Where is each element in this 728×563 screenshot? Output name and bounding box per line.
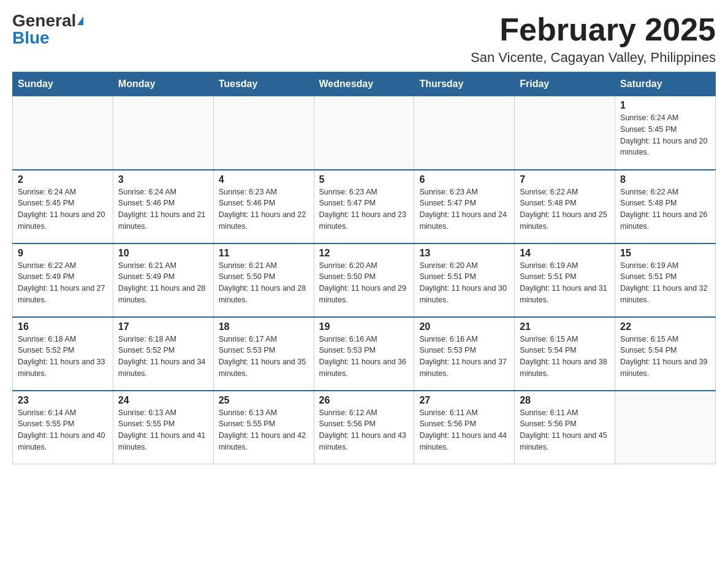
calendar-cell: 9Sunrise: 6:22 AM Sunset: 5:49 PM Daylig… (13, 243, 113, 317)
calendar-cell (515, 96, 615, 170)
calendar-cell: 3Sunrise: 6:24 AM Sunset: 5:46 PM Daylig… (113, 170, 213, 243)
calendar-cell: 15Sunrise: 6:19 AM Sunset: 5:51 PM Dayli… (615, 243, 716, 317)
calendar-table: SundayMondayTuesdayWednesdayThursdayFrid… (12, 72, 716, 464)
day-info: Sunrise: 6:11 AM Sunset: 5:56 PM Dayligh… (520, 407, 610, 453)
day-info: Sunrise: 6:16 AM Sunset: 5:53 PM Dayligh… (319, 334, 409, 380)
day-number: 3 (118, 174, 208, 185)
calendar-cell: 13Sunrise: 6:20 AM Sunset: 5:51 PM Dayli… (414, 243, 515, 317)
day-info: Sunrise: 6:19 AM Sunset: 5:51 PM Dayligh… (620, 260, 710, 306)
weekday-header-thursday: Thursday (414, 72, 515, 96)
day-info: Sunrise: 6:21 AM Sunset: 5:50 PM Dayligh… (219, 260, 309, 306)
calendar-cell: 2Sunrise: 6:24 AM Sunset: 5:45 PM Daylig… (13, 170, 113, 243)
day-number: 24 (118, 395, 208, 406)
calendar-cell: 4Sunrise: 6:23 AM Sunset: 5:46 PM Daylig… (213, 170, 314, 243)
weekday-header-tuesday: Tuesday (213, 72, 314, 96)
calendar-cell: 10Sunrise: 6:21 AM Sunset: 5:49 PM Dayli… (113, 243, 213, 317)
day-info: Sunrise: 6:18 AM Sunset: 5:52 PM Dayligh… (118, 334, 208, 380)
weekday-header-sunday: Sunday (13, 72, 113, 96)
day-info: Sunrise: 6:11 AM Sunset: 5:56 PM Dayligh… (419, 407, 509, 453)
day-info: Sunrise: 6:14 AM Sunset: 5:55 PM Dayligh… (18, 407, 108, 453)
logo: General Blue (12, 12, 83, 47)
calendar-cell (314, 96, 414, 170)
day-info: Sunrise: 6:24 AM Sunset: 5:46 PM Dayligh… (118, 186, 208, 232)
day-number: 2 (18, 174, 108, 185)
calendar-cell: 12Sunrise: 6:20 AM Sunset: 5:50 PM Dayli… (314, 243, 414, 317)
day-info: Sunrise: 6:23 AM Sunset: 5:47 PM Dayligh… (419, 186, 509, 232)
weekday-header-saturday: Saturday (615, 72, 716, 96)
day-number: 19 (319, 321, 409, 332)
logo-triangle-icon (77, 17, 83, 25)
calendar-cell: 17Sunrise: 6:18 AM Sunset: 5:52 PM Dayli… (113, 317, 213, 391)
day-number: 26 (319, 395, 409, 406)
day-info: Sunrise: 6:24 AM Sunset: 5:45 PM Dayligh… (18, 186, 108, 232)
calendar-cell (414, 96, 515, 170)
logo-general-text: General (12, 12, 76, 29)
month-title: February 2025 (471, 12, 716, 47)
calendar-cell: 23Sunrise: 6:14 AM Sunset: 5:55 PM Dayli… (13, 391, 113, 464)
day-number: 28 (520, 395, 610, 406)
day-number: 11 (219, 248, 309, 259)
day-info: Sunrise: 6:20 AM Sunset: 5:51 PM Dayligh… (419, 260, 509, 306)
day-number: 6 (419, 174, 509, 185)
day-info: Sunrise: 6:13 AM Sunset: 5:55 PM Dayligh… (118, 407, 208, 453)
calendar-cell: 25Sunrise: 6:13 AM Sunset: 5:55 PM Dayli… (213, 391, 314, 464)
day-number: 27 (419, 395, 509, 406)
day-number: 8 (620, 174, 710, 185)
day-info: Sunrise: 6:23 AM Sunset: 5:46 PM Dayligh… (219, 186, 309, 232)
day-number: 7 (520, 174, 610, 185)
calendar-cell: 8Sunrise: 6:22 AM Sunset: 5:48 PM Daylig… (615, 170, 716, 243)
day-info: Sunrise: 6:24 AM Sunset: 5:45 PM Dayligh… (620, 112, 710, 158)
calendar-cell: 7Sunrise: 6:22 AM Sunset: 5:48 PM Daylig… (515, 170, 615, 243)
day-number: 1 (620, 100, 710, 111)
page-header: General Blue February 2025 San Vicente, … (12, 12, 716, 66)
weekday-header-wednesday: Wednesday (314, 72, 414, 96)
calendar-week-row: 23Sunrise: 6:14 AM Sunset: 5:55 PM Dayli… (13, 391, 716, 464)
day-number: 17 (118, 321, 208, 332)
day-number: 16 (18, 321, 108, 332)
calendar-cell (13, 96, 113, 170)
day-info: Sunrise: 6:20 AM Sunset: 5:50 PM Dayligh… (319, 260, 409, 306)
weekday-header-friday: Friday (515, 72, 615, 96)
day-info: Sunrise: 6:15 AM Sunset: 5:54 PM Dayligh… (620, 334, 710, 380)
calendar-week-row: 16Sunrise: 6:18 AM Sunset: 5:52 PM Dayli… (13, 317, 716, 391)
calendar-cell: 26Sunrise: 6:12 AM Sunset: 5:56 PM Dayli… (314, 391, 414, 464)
day-number: 4 (219, 174, 309, 185)
day-info: Sunrise: 6:22 AM Sunset: 5:49 PM Dayligh… (18, 260, 108, 306)
day-info: Sunrise: 6:18 AM Sunset: 5:52 PM Dayligh… (18, 334, 108, 380)
day-info: Sunrise: 6:21 AM Sunset: 5:49 PM Dayligh… (118, 260, 208, 306)
day-number: 18 (219, 321, 309, 332)
calendar-cell: 21Sunrise: 6:15 AM Sunset: 5:54 PM Dayli… (515, 317, 615, 391)
day-info: Sunrise: 6:15 AM Sunset: 5:54 PM Dayligh… (520, 334, 610, 380)
weekday-header-row: SundayMondayTuesdayWednesdayThursdayFrid… (13, 72, 716, 96)
day-number: 21 (520, 321, 610, 332)
calendar-week-row: 9Sunrise: 6:22 AM Sunset: 5:49 PM Daylig… (13, 243, 716, 317)
calendar-cell: 18Sunrise: 6:17 AM Sunset: 5:53 PM Dayli… (213, 317, 314, 391)
calendar-cell: 1Sunrise: 6:24 AM Sunset: 5:45 PM Daylig… (615, 96, 716, 170)
day-number: 20 (419, 321, 509, 332)
day-info: Sunrise: 6:13 AM Sunset: 5:55 PM Dayligh… (219, 407, 309, 453)
calendar-cell (213, 96, 314, 170)
day-info: Sunrise: 6:22 AM Sunset: 5:48 PM Dayligh… (520, 186, 610, 232)
calendar-cell: 5Sunrise: 6:23 AM Sunset: 5:47 PM Daylig… (314, 170, 414, 243)
calendar-cell: 19Sunrise: 6:16 AM Sunset: 5:53 PM Dayli… (314, 317, 414, 391)
calendar-cell: 20Sunrise: 6:16 AM Sunset: 5:53 PM Dayli… (414, 317, 515, 391)
day-number: 10 (118, 248, 208, 259)
calendar-cell: 16Sunrise: 6:18 AM Sunset: 5:52 PM Dayli… (13, 317, 113, 391)
day-number: 12 (319, 248, 409, 259)
weekday-header-monday: Monday (113, 72, 213, 96)
day-info: Sunrise: 6:12 AM Sunset: 5:56 PM Dayligh… (319, 407, 409, 453)
calendar-cell (113, 96, 213, 170)
day-number: 25 (219, 395, 309, 406)
title-block: February 2025 San Vicente, Cagayan Valle… (471, 12, 716, 66)
calendar-cell: 6Sunrise: 6:23 AM Sunset: 5:47 PM Daylig… (414, 170, 515, 243)
day-number: 14 (520, 248, 610, 259)
calendar-cell: 27Sunrise: 6:11 AM Sunset: 5:56 PM Dayli… (414, 391, 515, 464)
calendar-week-row: 1Sunrise: 6:24 AM Sunset: 5:45 PM Daylig… (13, 96, 716, 170)
calendar-cell: 22Sunrise: 6:15 AM Sunset: 5:54 PM Dayli… (615, 317, 716, 391)
calendar-cell (615, 391, 716, 464)
location-title: San Vicente, Cagayan Valley, Philippines (471, 50, 716, 66)
day-number: 15 (620, 248, 710, 259)
calendar-cell: 24Sunrise: 6:13 AM Sunset: 5:55 PM Dayli… (113, 391, 213, 464)
calendar-cell: 14Sunrise: 6:19 AM Sunset: 5:51 PM Dayli… (515, 243, 615, 317)
calendar-cell: 28Sunrise: 6:11 AM Sunset: 5:56 PM Dayli… (515, 391, 615, 464)
